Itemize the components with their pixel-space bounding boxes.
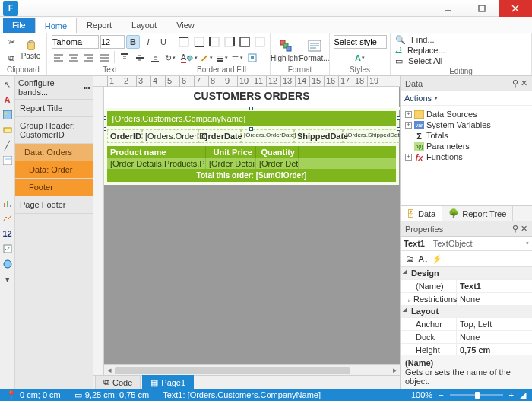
report-title-text[interactable]: CUSTOMERS ORDERS (104, 87, 399, 108)
configure-bands-button[interactable]: Configure bands...••• (15, 76, 93, 100)
ruler-vertical[interactable] (93, 87, 104, 375)
subreport-tool[interactable] (2, 155, 13, 166)
cat-design[interactable]: Design (401, 267, 532, 279)
format-button[interactable]: Format... (302, 37, 328, 64)
cut-button[interactable]: ✂ (5, 35, 18, 49)
tree-totals[interactable]: ΣTotals (402, 130, 530, 141)
align-center-button[interactable] (67, 51, 81, 65)
prop-categorized-button[interactable]: 🗂 (404, 253, 416, 265)
tree-data-sources[interactable]: +Data Sources (402, 109, 530, 119)
subexpr-qty[interactable]: [Order Details.Quantity] (256, 158, 299, 169)
panel-pin-icon[interactable]: ⚲ ✕ (512, 78, 527, 88)
font-size-select[interactable] (100, 35, 125, 49)
report-page[interactable]: CUSTOMERS ORDERS {Orders.Customers.Compa… (104, 87, 399, 185)
selectall-button[interactable]: ▭ Select All (395, 56, 442, 66)
tab-file[interactable]: File (3, 18, 35, 33)
band-data-order[interactable]: Data: Order (15, 161, 93, 179)
line-width-button[interactable] (215, 51, 229, 65)
highlight-button[interactable]: Highlight (273, 37, 299, 64)
band-group-header[interactable]: Group Header: CustomerID (15, 117, 93, 144)
actions-dropdown[interactable]: Actions▾ (401, 91, 532, 106)
border-props-button[interactable] (245, 51, 259, 65)
more-tool[interactable]: ▾ (2, 274, 13, 285)
valign-middle-button[interactable] (133, 51, 147, 65)
shape-tool[interactable] (2, 125, 13, 135)
zoom-in-button[interactable]: + (509, 390, 514, 399)
tab-data[interactable]: 🗄Data (401, 206, 442, 221)
fill-color-button[interactable] (185, 51, 198, 65)
map-tool[interactable] (2, 259, 13, 269)
col-shipped[interactable]: ShippedDate (294, 129, 343, 143)
col-orderid[interactable]: OrderID (107, 129, 142, 143)
styles-designer-button[interactable]: A (350, 51, 371, 65)
border-bottom-button[interactable] (192, 35, 206, 49)
ruler-horizontal[interactable]: 12345678910111213141516171819 (93, 76, 400, 87)
tab-page1[interactable]: ▦Page1 (142, 375, 194, 389)
subexpr-unitprice[interactable]: [Order Details.UnitPrice] (206, 158, 256, 169)
expr-shipped[interactable]: [Orders.ShippedDate] (343, 129, 400, 143)
align-left-button[interactable] (52, 51, 65, 65)
underline-button[interactable]: U (157, 35, 170, 49)
tab-report-tree[interactable]: 🌳Report Tree (442, 206, 513, 221)
band-footer[interactable]: Footer (15, 179, 93, 196)
prop-alpha-button[interactable]: A↓ (417, 253, 429, 265)
tab-home[interactable]: Home (35, 18, 77, 33)
border-left-button[interactable] (207, 35, 221, 49)
find-button[interactable]: 🔍 Find... (395, 35, 435, 45)
replace-button[interactable]: ⇄ Replace... (395, 46, 445, 56)
expr-orderdate[interactable]: [Orders.OrderDate] (241, 129, 294, 143)
tab-code[interactable]: ⧉Code (95, 375, 141, 389)
tree-parameters[interactable]: p(i)Parameters (402, 141, 530, 151)
expr-orderid[interactable]: [Orders.OrderID] (142, 129, 198, 143)
tree-system-vars[interactable]: +varSystem Variables (402, 119, 530, 130)
col-orderdate[interactable]: OrderDate (198, 129, 241, 143)
zoom-out-button[interactable]: − (439, 390, 443, 399)
maximize-button[interactable] (465, 0, 499, 17)
align-right-button[interactable] (82, 51, 96, 65)
band-report-title[interactable]: Report Title (15, 100, 93, 117)
align-justify-button[interactable] (97, 51, 111, 65)
italic-button[interactable]: I (141, 35, 155, 49)
chart-tool[interactable] (2, 198, 13, 208)
border-all-button[interactable] (238, 35, 252, 49)
valign-bottom-button[interactable] (148, 51, 162, 65)
total-row[interactable]: Total this order: [SumOfOrder] (107, 169, 396, 182)
valign-top-button[interactable] (118, 51, 131, 65)
border-none-button[interactable] (253, 35, 267, 49)
style-select[interactable] (334, 35, 387, 49)
subcol-unitprice[interactable]: Unit Price (206, 146, 256, 158)
resize-grip-icon[interactable]: ◢ (520, 390, 526, 400)
prop-filter-button[interactable]: ⚡ (431, 253, 443, 265)
tab-view[interactable]: View (166, 17, 204, 33)
font-family-select[interactable] (52, 35, 99, 49)
subexpr-product[interactable]: [Order Details.Products.ProductName] (107, 158, 206, 169)
tree-functions[interactable]: +fxFunctions (402, 151, 530, 162)
band-data-orders[interactable]: Data: Orders (15, 144, 93, 161)
barcode-tool[interactable]: 12 (2, 228, 13, 239)
text-tool[interactable]: A (2, 94, 13, 105)
close-button[interactable] (499, 0, 532, 17)
line-style-button[interactable] (230, 51, 244, 65)
band-page-footer[interactable]: Page Footer (15, 196, 93, 214)
pointer-tool[interactable]: ↖ (2, 79, 13, 90)
property-grid[interactable]: Design (Name)Text1 RestrictionsNone Layo… (401, 267, 532, 355)
subcol-qty[interactable]: Quantity (256, 146, 299, 158)
border-right-button[interactable] (223, 35, 236, 49)
object-selector[interactable]: Text1 TextObject ▾ (401, 237, 532, 251)
line-color-button[interactable] (200, 51, 214, 65)
paste-button[interactable]: Paste (20, 37, 42, 64)
tab-layout[interactable]: Layout (122, 17, 166, 33)
zoom-slider[interactable] (450, 394, 503, 396)
canvas-hscroll[interactable]: ◂▸ (104, 364, 400, 375)
copy-button[interactable]: ⧉ (5, 51, 18, 65)
panel-pin-icon-2[interactable]: ⚲ ✕ (512, 224, 527, 234)
cat-layout[interactable]: Layout (401, 305, 532, 317)
minimize-button[interactable] (432, 0, 465, 17)
sparkline-tool[interactable] (2, 213, 13, 224)
checkbox-tool[interactable] (2, 243, 13, 254)
border-top-button[interactable] (177, 35, 191, 49)
tab-report[interactable]: Report (77, 17, 122, 33)
line-tool[interactable]: ╱ (2, 140, 13, 151)
picture-tool[interactable] (2, 110, 13, 120)
bold-button[interactable]: B (126, 35, 140, 49)
